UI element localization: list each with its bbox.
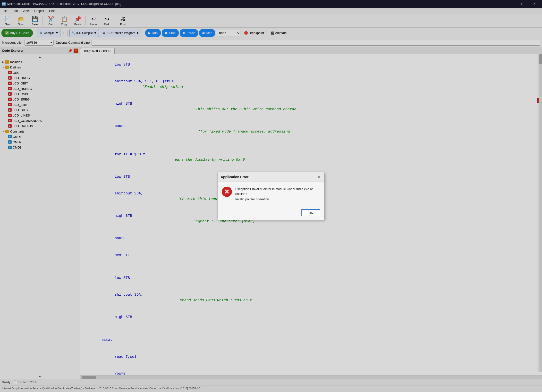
dialog-ok-button[interactable]: OK [301,209,320,216]
dialog-message: Exception EInvalidPointer in module Code… [235,187,313,202]
dialog-message-line2: 0001911E. [235,192,313,197]
dialog-footer: OK [218,207,324,220]
dialog-body: ✕ Exception EInvalidPointer in module Co… [218,182,324,207]
dialog-title-bar: Application Error ✕ [218,172,324,182]
dialog-close-button[interactable]: ✕ [316,174,321,180]
dialog-message-line1: Exception EInvalidPointer in module Code… [235,187,313,192]
dialog-message-line3: Invalid pointer operation. [235,197,313,202]
dialog-title: Application Error [221,175,248,179]
dialog-overlay: Application Error ✕ ✕ Exception EInvalid… [0,0,542,392]
application-error-dialog: Application Error ✕ ✕ Exception EInvalid… [218,172,324,220]
dialog-error-icon: ✕ [222,187,232,197]
